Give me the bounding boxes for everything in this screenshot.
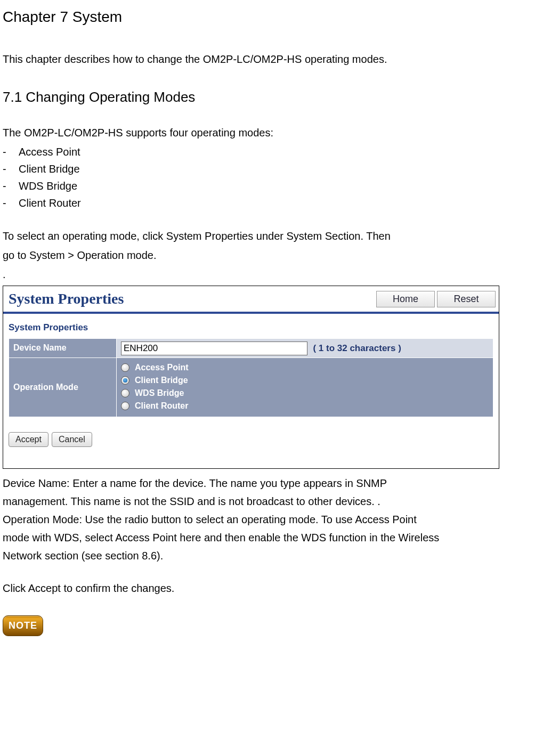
device-name-label: Device Name [9, 338, 117, 357]
supports-text: The OM2P-LC/OM2P-HS supports four operat… [3, 124, 536, 141]
note-badge-container: NOTE [3, 615, 536, 636]
section-heading: 7.1 Changing Operating Modes [3, 86, 536, 109]
radio-icon [121, 389, 129, 397]
radio-client-router[interactable]: Client Router [121, 400, 489, 412]
radio-wds-bridge[interactable]: WDS Bridge [121, 387, 489, 400]
mode-list: -Access Point -Client Bridge -WDS Bridge… [3, 143, 536, 212]
mode-label: Access Point [19, 146, 80, 158]
radio-icon [121, 376, 129, 385]
radio-label: WDS Bridge [135, 386, 184, 400]
system-properties-panel: System Properties Home Reset System Prop… [3, 286, 499, 468]
radio-client-bridge[interactable]: Client Bridge [121, 374, 489, 387]
reset-button[interactable]: Reset [437, 291, 496, 307]
device-name-cell: ( 1 to 32 characters ) [117, 338, 493, 357]
button-row: Accept Cancel [9, 432, 493, 447]
chars-hint: ( 1 to 32 characters ) [313, 343, 401, 353]
panel-header: System Properties Home Reset [3, 286, 499, 312]
operation-mode-label: Operation Mode [9, 357, 117, 417]
mode-label: Client Router [19, 197, 81, 209]
description-block: Device Name: Enter a name for the device… [3, 474, 536, 565]
radio-access-point[interactable]: Access Point [121, 361, 489, 374]
properties-table: Device Name ( 1 to 32 characters ) Opera… [9, 338, 493, 417]
radio-label: Client Bridge [135, 373, 188, 387]
desc-line: management. This name is not the SSID an… [3, 492, 536, 510]
intro-text: This chapter describes how to change the… [3, 51, 536, 68]
desc-line: mode with WDS, select Access Point here … [3, 529, 536, 547]
mode-label: WDS Bridge [19, 180, 77, 192]
radio-icon [121, 402, 129, 410]
list-item: -Client Router [3, 194, 536, 212]
chapter-title: Chapter 7 System [3, 5, 536, 29]
panel-body: System Properties Device Name ( 1 to 32 … [3, 314, 499, 452]
panel-title: System Properties [9, 287, 376, 311]
stray-dot: . [3, 266, 536, 283]
device-name-input[interactable] [121, 342, 307, 355]
operation-mode-cell: Access Point Client Bridge WDS Bridge [117, 357, 493, 417]
table-row: Operation Mode Access Point Client Bridg… [9, 357, 493, 417]
desc-line: Network section (see section 8.6). [3, 547, 536, 565]
radio-label: Client Router [135, 399, 188, 413]
radio-icon [121, 363, 129, 372]
list-item: -WDS Bridge [3, 177, 536, 194]
confirm-text: Click Accept to confirm the changes. [3, 580, 536, 597]
note-badge: NOTE [3, 615, 43, 636]
list-item: -Client Bridge [3, 160, 536, 177]
home-button[interactable]: Home [376, 291, 435, 307]
desc-line: Operation Mode: Use the radio button to … [3, 510, 536, 529]
accept-button[interactable]: Accept [9, 432, 48, 447]
instruction-line-1: To select an operating mode, click Syste… [3, 227, 536, 245]
list-item: -Access Point [3, 143, 536, 160]
mode-label: Client Bridge [19, 163, 80, 175]
cancel-button[interactable]: Cancel [52, 432, 92, 447]
header-buttons: Home Reset [376, 291, 496, 307]
instruction-line-2: go to System > Operation mode. [3, 247, 536, 264]
radio-label: Access Point [135, 361, 188, 375]
section-label: System Properties [9, 320, 493, 335]
radio-group: Access Point Client Bridge WDS Bridge [121, 360, 489, 414]
table-row: Device Name ( 1 to 32 characters ) [9, 338, 493, 357]
desc-line: Device Name: Enter a name for the device… [3, 474, 536, 492]
